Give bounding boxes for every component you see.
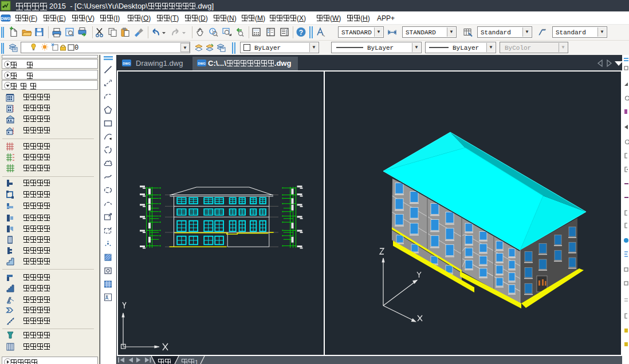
svg-text:DWG: DWG: [1, 17, 11, 21]
svg-text:DWG: DWG: [123, 62, 130, 65]
svg-text:0: 0: [74, 44, 78, 52]
svg-text:?: ?: [299, 29, 303, 37]
svg-text:DWG: DWG: [198, 62, 205, 65]
